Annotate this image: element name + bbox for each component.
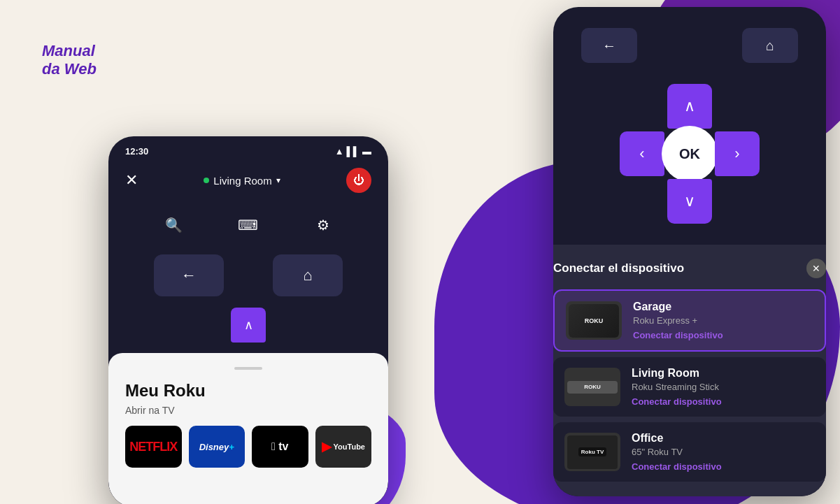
back-button[interactable]: ← (154, 254, 224, 296)
status-time: 12:30 (125, 146, 148, 157)
back-icon: ← (181, 266, 197, 285)
device-image-garage: ROKU (566, 301, 622, 340)
appletv-app-button[interactable]:  tv (252, 426, 308, 468)
device-item-livingroom[interactable]: ROKU Living Room Roku Streaming Stick Co… (553, 357, 826, 417)
battery-icon: ▬ (362, 146, 371, 157)
device-name-garage: Garage (633, 301, 813, 313)
close-icon: ✕ (812, 263, 820, 274)
right-home-button[interactable]: ⌂ (742, 28, 798, 63)
dpad-up-button[interactable]: ∧ (231, 308, 266, 343)
settings-icon: ⚙ (317, 217, 329, 233)
right-dpad-left[interactable]: ‹ (620, 131, 664, 176)
phone-right: ← ⌂ ∧ ‹ OK › ∨ Conectar (553, 7, 826, 496)
right-dpad-left-icon: ‹ (639, 145, 644, 163)
keyboard-button[interactable]: ⌨ (233, 210, 264, 240)
connect-device-dialog: Conectar el dispositivo ✕ ROKU Garage Ro… (553, 245, 826, 496)
panel-title: Meu Roku (125, 381, 371, 401)
power-icon: ⏻ (353, 174, 364, 187)
youtube-app-button[interactable]: ▶ YouTube (315, 426, 372, 468)
right-dpad-down[interactable]: ∨ (667, 179, 712, 224)
chevron-down-icon: ▾ (276, 175, 280, 185)
connect-title: Conectar el dispositivo (553, 261, 684, 275)
location-indicator[interactable]: Living Room ▾ (204, 175, 280, 187)
power-button[interactable]: ⏻ (346, 168, 371, 193)
location-label: Living Room (213, 175, 271, 187)
logo-line1: Manual (42, 42, 97, 60)
device-name-livingroom: Living Room (632, 367, 815, 380)
home-button[interactable]: ⌂ (273, 254, 343, 296)
connect-header: Conectar el dispositivo ✕ (553, 259, 826, 278)
connect-link-garage[interactable]: Conectar dispositivo (633, 330, 813, 340)
right-dpad-ok[interactable]: OK (662, 126, 718, 182)
status-bar: 12:30 ▲ ▌▌ ▬ (108, 136, 388, 162)
bottom-panel: Meu Roku Abrir na TV NETFLIX Disney+  t… (108, 353, 388, 504)
right-dpad-down-icon: ∨ (684, 192, 695, 210)
connect-link-livingroom[interactable]: Conectar dispositivo (632, 396, 815, 407)
signal-icon: ▌▌ (347, 146, 360, 157)
right-dpad-container: ∧ ‹ OK › ∨ (553, 77, 826, 231)
right-back-icon: ← (602, 38, 616, 54)
right-dpad: ∧ ‹ OK › ∨ (620, 84, 760, 224)
toolbar: 🔍 ⌨ ⚙ (108, 204, 388, 254)
drag-handle (234, 367, 262, 370)
connection-dot (204, 178, 209, 183)
status-icons: ▲ ▌▌ ▬ (335, 146, 371, 157)
device-image-livingroom: ROKU (564, 368, 620, 406)
phone-header: ✕ Living Room ▾ ⏻ (108, 162, 388, 204)
device-item-garage[interactable]: ROKU Garage Roku Express + Conectar disp… (553, 289, 826, 352)
device-info-livingroom: Living Room Roku Streaming Stick Conecta… (632, 367, 815, 407)
right-dpad-right-icon: › (734, 145, 739, 163)
right-top-buttons: ← ⌂ (553, 7, 826, 77)
search-icon: 🔍 (165, 217, 183, 233)
right-dpad-ok-label: OK (679, 146, 700, 162)
connect-link-office[interactable]: Conectar dispositivo (632, 461, 815, 472)
wifi-icon: ▲ (335, 146, 344, 157)
device-model-livingroom: Roku Streaming Stick (632, 382, 815, 392)
device-model-office: 65" Roku TV (632, 447, 815, 457)
search-button[interactable]: 🔍 (158, 210, 189, 240)
device-image-office: Roku TV (564, 433, 620, 471)
home-icon: ⌂ (303, 266, 312, 285)
disney-app-button[interactable]: Disney+ (189, 426, 245, 468)
device-name-office: Office (632, 432, 815, 445)
netflix-app-button[interactable]: NETFLIX (125, 426, 182, 468)
roku-express-image: ROKU (569, 304, 619, 338)
panel-subtitle: Abrir na TV (125, 405, 371, 416)
dpad-up-icon: ∧ (244, 317, 253, 333)
device-item-office[interactable]: Roku TV Office 65" Roku TV Conectar disp… (553, 422, 826, 482)
nav-buttons-row: ← ⌂ (108, 254, 388, 296)
right-dpad-up[interactable]: ∧ (667, 84, 712, 129)
device-model-garage: Roku Express + (633, 315, 813, 326)
device-info-office: Office 65" Roku TV Conectar dispositivo (632, 432, 815, 472)
settings-button[interactable]: ⚙ (308, 210, 339, 240)
phone-left: 12:30 ▲ ▌▌ ▬ ✕ Living Room ▾ ⏻ 🔍 ⌨ ⚙ (108, 136, 388, 504)
right-home-icon: ⌂ (766, 38, 774, 54)
right-dpad-right[interactable]: › (715, 131, 760, 176)
right-dpad-up-icon: ∧ (684, 97, 695, 115)
device-info-garage: Garage Roku Express + Conectar dispositi… (633, 301, 813, 340)
keyboard-icon: ⌨ (238, 217, 258, 233)
connect-close-button[interactable]: ✕ (806, 259, 826, 278)
close-button[interactable]: ✕ (125, 171, 138, 189)
logo: Manual da Web (42, 42, 97, 79)
logo-line2: da Web (42, 60, 97, 78)
right-back-button[interactable]: ← (581, 28, 637, 63)
app-icons-row: NETFLIX Disney+  tv ▶ YouTube (125, 426, 371, 468)
